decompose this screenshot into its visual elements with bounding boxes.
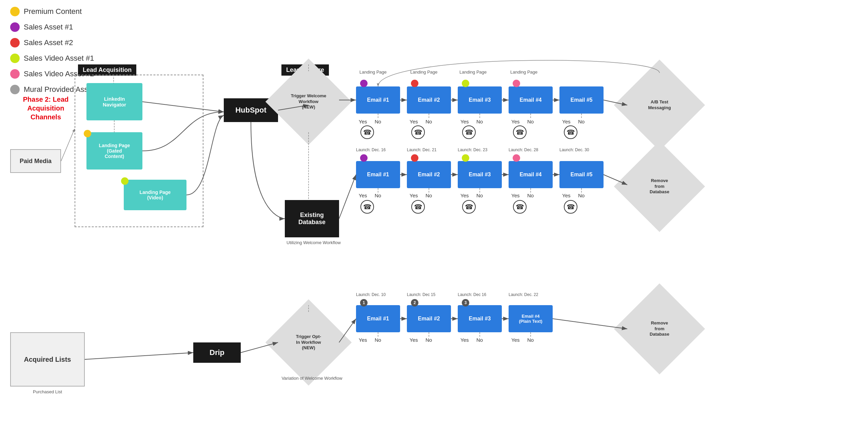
badge-r3e1: 1 [360,299,368,307]
yn-r1e1-no: No [375,119,381,124]
dot-r2e3 [462,154,469,162]
yn-r1e4-yes: Yes [511,119,519,124]
yn-r2e1-no: No [375,193,381,198]
legend-premium-content: Premium Content [10,7,98,16]
trigger-optin-text: Trigger Opt-In Workflow(NEW) [296,334,321,351]
yn-r2e2-yes: Yes [410,193,418,198]
dot-r1e2 [411,80,418,87]
badge-r3e2: 2 [411,299,418,307]
phone-r1e2: ☎ [411,125,425,139]
yn-r1e3-yes: Yes [460,119,469,124]
svg-line-11 [339,175,356,219]
mural-assets-dot [10,85,20,94]
email-r2-3: Email #3 [458,161,502,188]
lp-label-r1e4: Landing Page [510,70,537,75]
variation-welcome-label: Variation of Welcome Workflow [273,376,351,381]
phone-r2e5: ☎ [564,200,577,214]
email-r1-2: Email #2 [407,86,451,114]
yn-r3e2-yes: Yes [410,337,418,343]
lp-label-r1e2: Landing Page [410,70,437,75]
yn-r3e3-yes: Yes [460,337,469,343]
yn-r1e4-no: No [527,119,534,124]
yn-r1e3-no: No [476,119,483,124]
sales-asset-2-dot [10,38,20,47]
yn-r1e2-yes: Yes [410,119,418,124]
yn-r1e2-no: No [426,119,432,124]
email-r2-1: Email #1 [356,161,400,188]
landing-page-video-box: Landing Page(Video) [124,180,186,210]
phone-r2e1: ☎ [360,200,374,214]
legend-sales-video-1: Sales Video Asset #1 [10,54,98,63]
dot-r1e1 [360,80,368,87]
sales-asset-1-dot [10,22,20,32]
launch-r3e1: Launch: Dec. 10 [356,292,386,297]
diagram: Premium Content Sales Asset #1 Sales Ass… [0,0,868,435]
email-r2-2: Email #2 [407,161,451,188]
email-r3-1: Email #1 [356,305,400,332]
yn-r2e5-no: No [578,193,585,198]
lead-acquisition-header: Lead Acquisition [78,64,136,76]
svg-line-2 [61,129,75,161]
phone-r1e4: ☎ [513,125,527,139]
email-r3-3: Email #3 [458,305,502,332]
phone-r1e3: ☎ [462,125,476,139]
remove-db-1-diamond: RemovefromDatabase [627,154,692,219]
remove-db-1-text: RemovefromDatabase [650,178,669,195]
sales-video-2-dot [10,69,20,79]
phone-r2e3: ☎ [462,200,476,214]
yn-r2e4-no: No [527,193,534,198]
yn-r1e1-yes: Yes [359,119,367,124]
ab-test-diamond: A/B TestMessaging [627,73,692,137]
phase-label: Phase 2: LeadAcquisitionChannels [19,95,73,121]
paid-media-box: Paid Media [10,149,61,173]
yellowgreen-dot-video [121,177,129,185]
yn-r2e4-yes: Yes [511,193,519,198]
launch-r2e2: Launch: Dec. 21 [407,147,436,152]
phone-r1e5: ☎ [564,125,577,139]
dot-r2e2 [411,154,418,162]
launch-r2e4: Launch: Dec. 28 [509,147,538,152]
email-r2-4: Email #4 [509,161,553,188]
existing-database-box: ExistingDatabase [285,200,339,237]
yn-r1e5-no: No [578,119,585,124]
sales-asset-2-label: Sales Asset #2 [24,38,73,47]
yn-r3e2-no: No [426,337,432,343]
yn-r3e3-no: No [476,337,483,343]
email-r2-5: Email #5 [559,161,604,188]
yellow-dot-gated [84,130,91,137]
sales-video-1-label: Sales Video Asset #1 [24,54,94,63]
launch-r3e4: Launch: Dec. 22 [509,292,538,297]
yn-r2e5-yes: Yes [562,193,570,198]
trigger-welcome-diamond: Trigger WelcomeWorkflow(NEW) [278,71,339,132]
phone-r1e1: ☎ [360,125,374,139]
yn-r2e2-no: No [426,193,432,198]
yn-r3e4-no: No [527,337,534,343]
yn-r2e3-no: No [476,193,483,198]
premium-content-label: Premium Content [24,7,82,16]
yn-r2e1-yes: Yes [359,193,367,198]
ab-test-text: A/B TestMessaging [648,99,671,111]
email-r1-5: Email #5 [559,86,604,114]
lp-label-r1e1: Landing Page [359,70,387,75]
lp-label-r1e3: Landing Page [459,70,487,75]
legend-sales-asset-1: Sales Asset #1 [10,22,98,32]
dot-r2e1 [360,154,368,162]
email-r3-2: Email #2 [407,305,451,332]
phone-r2e2: ☎ [411,200,425,214]
launch-r2e5: Launch: Dec. 30 [559,147,589,152]
launch-r2e1: Launch: Dec. 16 [356,147,386,152]
phone-r2e4: ☎ [513,200,527,214]
sales-asset-1-label: Sales Asset #1 [24,23,73,32]
email-r3-4: Email #4(Plain Text) [509,305,553,332]
acquired-lists-box: Acquired Lists [10,332,85,387]
badge-r3e3: 3 [462,299,469,307]
landing-page-gated-box: Landing Page(GatedContent) [86,132,142,170]
svg-line-17 [85,353,193,359]
purchased-list-label: Purchased List [19,389,76,394]
launch-r3e2: Launch: Dec 15 [407,292,435,297]
dot-r1e3 [462,80,469,87]
yn-r3e1-yes: Yes [359,337,367,343]
legend-sales-asset-2: Sales Asset #2 [10,38,98,47]
yn-r3e4-yes: Yes [511,337,519,343]
dot-r2e4 [513,154,520,162]
